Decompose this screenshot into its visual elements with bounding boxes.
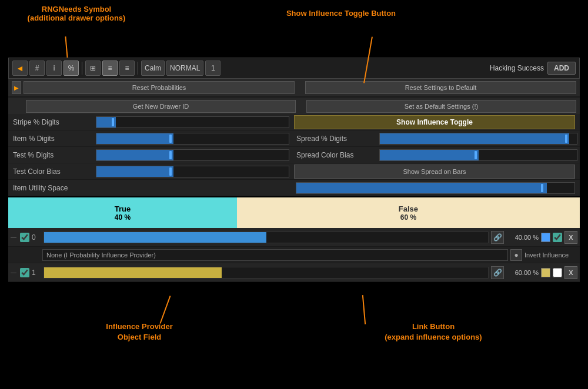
item-pct-fill <box>96 133 173 144</box>
toolbar-right: Hacking Success ADD <box>490 62 576 75</box>
spread-color-label: Spread Color Bias <box>292 151 377 159</box>
item-check-0[interactable] <box>20 233 29 242</box>
link-btn-0[interactable]: 🔗 <box>491 231 504 244</box>
test-pct-slider[interactable] <box>96 149 289 161</box>
test-pct-thumb <box>169 151 172 159</box>
test-color-slider[interactable] <box>96 166 289 177</box>
add-button[interactable]: ADD <box>547 62 576 75</box>
get-drawer-id-btn[interactable]: Get New Drawer ID <box>26 100 296 113</box>
item-pct-label: Item % Digits <box>8 135 93 143</box>
test-pct-row: Test % Digits Spread Color Bias <box>8 147 580 163</box>
invert-label-0: Invert Influence <box>524 251 577 259</box>
reset-settings-btn[interactable]: Reset Settings to Default <box>305 81 576 94</box>
item-pct-thumb <box>169 135 172 143</box>
calm-btn[interactable]: Calm <box>141 61 165 76</box>
button-row-1: ▶ Reset Probabilities Reset Settings to … <box>8 79 580 116</box>
item-bar-1[interactable] <box>44 267 489 279</box>
status-label: Hacking Success <box>490 64 544 72</box>
sub-row-0: None (I Probability Influence Provider) … <box>8 247 580 263</box>
test-color-fill <box>96 166 173 177</box>
spread-color-thumb <box>475 151 477 159</box>
test-color-row: Test Color Bias Show Spread on Bars <box>8 163 580 180</box>
stripe-pct-thumb <box>112 118 114 126</box>
item-index-1: 1 <box>32 269 41 277</box>
false-pct: 60 % <box>400 213 416 222</box>
item-pct-1: 60.00 % <box>506 269 539 276</box>
utility-label: Item Utility Space <box>8 184 93 192</box>
set-default-btn[interactable]: Set as Default Settings (!) <box>306 100 576 113</box>
influence-provider-annotation: Influence Provider Object Field <box>106 321 172 343</box>
collapse-btn[interactable]: ▶ <box>12 81 21 94</box>
spread-color-slider[interactable] <box>379 149 577 161</box>
link-button-annotation: Link Button (expand influence options) <box>385 321 482 343</box>
show-spread-btn[interactable]: Show Spread on Bars <box>294 165 575 179</box>
item-pct-row: Item % Digits Spread % Digits <box>8 130 580 147</box>
rng-symbol-btn[interactable]: ◄ <box>12 61 28 76</box>
test-pct-fill <box>96 150 173 160</box>
show-influence-toggle-btn[interactable]: Show Influence Toggle <box>294 115 575 129</box>
reset-prob-btn[interactable]: Reset Probabilities <box>24 81 295 94</box>
item-check-1[interactable] <box>20 268 29 277</box>
percent-btn[interactable]: % <box>64 61 79 76</box>
false-section: False 60 % <box>237 197 580 228</box>
item-row-0: — 0 🔗 40.00 % X <box>8 228 580 247</box>
toolbar: ◄ # i % ⊞ ≡ ≡ Calm NORMAL 1 Hacking Succ… <box>8 58 580 79</box>
test-pct-label: Test % Digits <box>8 151 93 159</box>
spread-pct-fill <box>380 133 569 144</box>
item-check2-0[interactable] <box>553 233 562 242</box>
item-bar-fill-0 <box>44 232 266 243</box>
spread-color-fill <box>380 150 479 160</box>
link-btn-1[interactable]: 🔗 <box>491 266 504 279</box>
expand-icon-0: — <box>11 234 18 240</box>
item-color-1[interactable] <box>541 268 550 277</box>
expand-icon-1: — <box>11 269 18 276</box>
spread-pct-label: Spread % Digits <box>292 135 377 143</box>
item-pct-0: 40.00 % <box>506 234 539 241</box>
item-check2-1[interactable] <box>553 268 562 277</box>
spread-pct-slider[interactable] <box>379 133 577 145</box>
close-btn-1[interactable]: X <box>564 266 577 279</box>
sep1 <box>82 62 82 75</box>
item-bar-fill-1 <box>44 267 222 278</box>
dot-btn-0[interactable]: ● <box>510 249 522 261</box>
bottom-annotations: Influence Provider Object Field Link But… <box>0 307 588 389</box>
influence-provider-field-0[interactable]: None (I Probability Influence Provider) <box>42 249 508 261</box>
item-bar-0[interactable] <box>44 232 489 243</box>
close-btn-0[interactable]: X <box>564 231 577 244</box>
true-label: True <box>115 204 131 213</box>
count-btn[interactable]: 1 <box>205 61 220 76</box>
stripe-pct-slider[interactable] <box>96 116 289 128</box>
utility-fill <box>296 183 547 193</box>
true-section: True 40 % <box>8 197 237 228</box>
list-btn1[interactable]: ≡ <box>102 61 118 76</box>
normal-btn[interactable]: NORMAL <box>166 61 203 76</box>
false-label: False <box>399 204 418 213</box>
item-index-0: 0 <box>32 233 41 242</box>
item-row-1: — 1 🔗 60.00 % X <box>8 263 580 282</box>
item-pct-slider[interactable] <box>96 133 289 145</box>
sep2 <box>138 62 138 75</box>
tf-bar: True 40 % False 60 % <box>8 197 580 228</box>
stripe-pct-row: Stripe % Digits Show Influence Toggle <box>8 114 580 130</box>
test-color-label: Test Color Bias <box>8 167 93 176</box>
utility-slider[interactable] <box>296 182 575 194</box>
hash-btn[interactable]: # <box>29 61 45 76</box>
utility-row: Item Utility Space <box>8 180 580 196</box>
list-btn2[interactable]: ≡ <box>119 61 135 76</box>
info-btn[interactable]: i <box>46 61 62 76</box>
item-color-0[interactable] <box>541 233 550 242</box>
params-area: Stripe % Digits Show Influence Toggle It… <box>8 114 580 180</box>
grid-btn[interactable]: ⊞ <box>85 61 101 76</box>
stripe-pct-label: Stripe % Digits <box>8 118 93 126</box>
test-color-thumb <box>169 167 172 176</box>
utility-thumb <box>541 184 543 192</box>
spread-pct-thumb <box>565 135 567 143</box>
true-pct: 40 % <box>115 213 131 222</box>
